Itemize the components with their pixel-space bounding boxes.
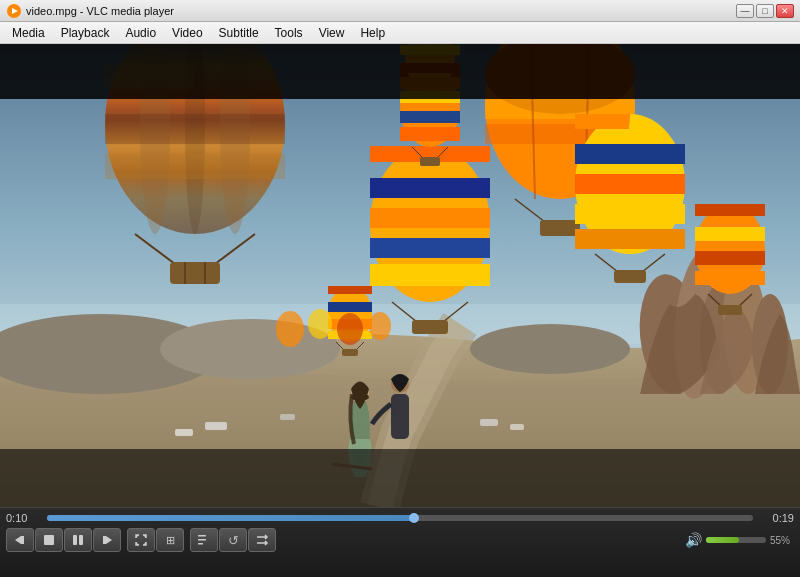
svg-rect-64 <box>695 251 765 265</box>
next-button[interactable] <box>93 528 121 552</box>
controls-area: 0:10 0:19 <box>0 507 800 577</box>
svg-rect-98 <box>21 536 24 544</box>
svg-rect-15 <box>480 419 498 426</box>
window-title: video.mpg - VLC media player <box>26 5 736 17</box>
menu-tools[interactable]: Tools <box>267 24 311 42</box>
svg-rect-13 <box>175 429 193 436</box>
svg-rect-46 <box>575 174 685 194</box>
svg-rect-45 <box>575 144 685 164</box>
svg-point-93 <box>337 313 363 345</box>
svg-rect-60 <box>412 320 448 334</box>
svg-rect-55 <box>370 208 490 228</box>
svg-rect-54 <box>370 178 490 198</box>
progress-fill <box>47 515 414 521</box>
svg-rect-99 <box>44 535 54 545</box>
svg-rect-96 <box>0 449 800 507</box>
loop-button[interactable]: ↺ <box>219 528 247 552</box>
svg-rect-12 <box>205 422 227 430</box>
playlist-button[interactable] <box>190 528 218 552</box>
title-bar: video.mpg - VLC media player — □ ✕ <box>0 0 800 22</box>
svg-point-94 <box>369 312 391 340</box>
svg-point-91 <box>276 311 304 347</box>
svg-rect-16 <box>510 424 524 430</box>
svg-rect-65 <box>695 271 765 285</box>
volume-icon: 🔊 <box>685 532 702 548</box>
svg-point-11 <box>470 324 630 374</box>
menu-media[interactable]: Media <box>4 24 53 42</box>
menu-video[interactable]: Video <box>164 24 210 42</box>
pause-button[interactable] <box>64 528 92 552</box>
volume-area: 🔊 55% <box>685 532 794 548</box>
maximize-button[interactable]: □ <box>756 4 774 18</box>
menu-playback[interactable]: Playback <box>53 24 118 42</box>
volume-fill <box>706 537 739 543</box>
svg-point-19 <box>351 393 369 401</box>
scene-svg: Balloons <box>0 44 800 507</box>
menu-audio[interactable]: Audio <box>117 24 164 42</box>
svg-rect-20 <box>391 394 409 439</box>
svg-rect-48 <box>575 229 685 249</box>
close-button[interactable]: ✕ <box>776 4 794 18</box>
fullscreen-button[interactable] <box>127 528 155 552</box>
svg-rect-106 <box>198 543 203 545</box>
stop-button[interactable] <box>35 528 63 552</box>
svg-rect-42 <box>540 220 580 236</box>
time-elapsed: 0:10 <box>6 512 41 524</box>
svg-rect-76 <box>420 157 440 166</box>
svg-rect-28 <box>105 154 285 179</box>
menu-subtitle[interactable]: Subtitle <box>211 24 267 42</box>
svg-rect-85 <box>328 302 372 312</box>
volume-bar[interactable] <box>706 537 766 543</box>
app-icon <box>6 3 22 19</box>
menu-bar: Media Playback Audio Video Subtitle Tool… <box>0 22 800 44</box>
svg-rect-73 <box>400 127 460 141</box>
svg-rect-105 <box>198 539 206 541</box>
playback-controls <box>6 528 121 552</box>
time-remaining: 0:19 <box>759 512 794 524</box>
svg-rect-84 <box>328 286 372 294</box>
svg-rect-104 <box>198 535 206 537</box>
svg-rect-31 <box>170 262 220 284</box>
svg-rect-47 <box>575 204 685 224</box>
svg-rect-14 <box>280 414 295 420</box>
video-area[interactable]: Balloons <box>0 44 800 507</box>
svg-rect-63 <box>695 227 765 241</box>
extended-settings-button[interactable]: ⊞ <box>156 528 184 552</box>
svg-rect-95 <box>0 44 800 99</box>
minimize-button[interactable]: — <box>736 4 754 18</box>
svg-rect-103 <box>103 536 106 544</box>
svg-rect-68 <box>718 305 742 315</box>
video-canvas: Balloons <box>0 44 800 507</box>
view-controls: ⊞ <box>127 528 184 552</box>
menu-view[interactable]: View <box>311 24 353 42</box>
svg-marker-97 <box>15 536 21 544</box>
menu-help[interactable]: Help <box>352 24 393 42</box>
svg-rect-27 <box>105 114 285 144</box>
svg-rect-56 <box>370 238 490 258</box>
svg-marker-102 <box>106 536 112 544</box>
progress-row: 0:10 0:19 <box>6 512 794 524</box>
svg-rect-72 <box>400 111 460 123</box>
random-button[interactable] <box>248 528 276 552</box>
volume-label: 55% <box>770 535 794 546</box>
svg-rect-57 <box>370 264 490 286</box>
svg-rect-90 <box>342 349 358 356</box>
progress-handle[interactable] <box>409 513 419 523</box>
controls-row: ⊞ ↺ 🔊 55% <box>6 528 794 552</box>
window-controls: — □ ✕ <box>736 4 794 18</box>
svg-rect-101 <box>79 535 83 545</box>
svg-rect-51 <box>614 270 646 283</box>
previous-button[interactable] <box>6 528 34 552</box>
svg-rect-100 <box>73 535 77 545</box>
svg-point-92 <box>308 309 332 339</box>
progress-bar[interactable] <box>47 515 753 521</box>
svg-rect-62 <box>695 204 765 216</box>
extra-controls: ↺ <box>190 528 276 552</box>
